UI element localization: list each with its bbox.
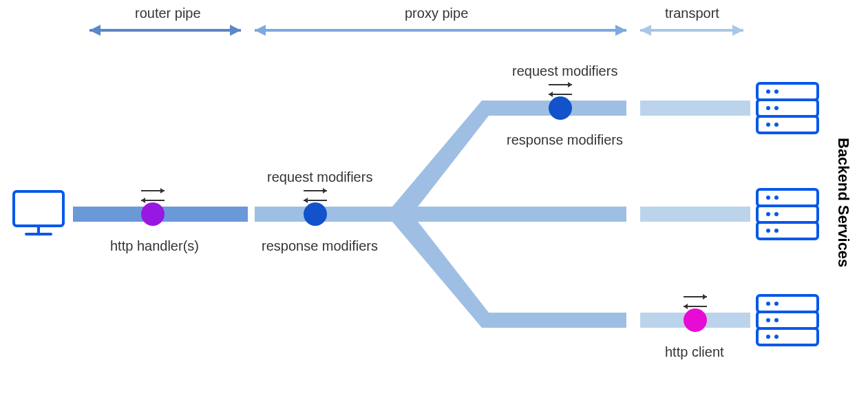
branch-response-modifiers-label: response modifiers [507,132,623,148]
proxy-request-modifiers-label: request modifiers [267,169,372,185]
proxy-modifier-node [304,202,327,226]
proxy-pipe-branch-top [392,101,626,222]
proxy-pipe-label: proxy pipe [405,6,468,21]
diagram-stage: { "sections": { "router_pipe": "router p… [0,0,868,398]
proxy-pipe-range-arrow [255,25,626,36]
proxy-modifier-direction-arrows [304,188,327,203]
proxy-pipe-branch-mid [392,207,626,222]
transport-label: transport [665,6,719,21]
http-client-node [684,308,707,332]
server-icon-mid [757,189,818,239]
proxy-response-modifiers-label: response modifiers [262,238,378,254]
http-handlers-label: http handler(s) [110,238,199,254]
branch-modifier-node [549,96,572,120]
transport-range-arrow [640,25,743,36]
http-handler-node [141,202,165,226]
router-pipe-label: router pipe [135,6,201,21]
branch-modifier-direction-arrows [549,82,572,97]
http-handler-direction-arrows [141,188,165,203]
diagram-canvas [0,0,868,398]
router-pipe-range-arrow [89,25,241,36]
http-client-label: http client [665,344,724,360]
http-client-direction-arrows [684,294,707,309]
proxy-pipe-branch-bottom [392,207,626,328]
transport-bar-top [640,101,750,116]
branch-request-modifiers-label: request modifiers [512,63,617,79]
svg-rect-22 [14,191,63,226]
transport-bar-mid [640,207,750,222]
server-icon-bottom [757,295,818,345]
backend-services-label: Backend Services [834,138,852,267]
client-monitor-icon [14,191,63,234]
server-icon-top [757,83,818,133]
